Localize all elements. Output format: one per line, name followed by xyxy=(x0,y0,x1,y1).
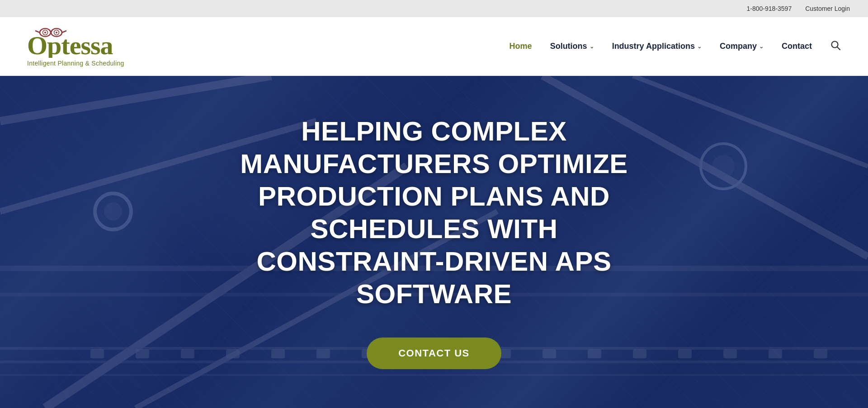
top-bar: 1-800-918-3597 Customer Login xyxy=(0,0,868,17)
search-icon[interactable] xyxy=(830,40,841,53)
logo-svg: Optessa xyxy=(27,26,172,58)
hero-content: HELPING COMPLEX MANUFACTURERS OPTIMIZE P… xyxy=(185,115,683,369)
chevron-down-icon: ⌄ xyxy=(759,43,764,50)
main-nav: Home Solutions ⌄ Industry Applications ⌄… xyxy=(509,40,841,53)
customer-login-link[interactable]: Customer Login xyxy=(805,5,850,12)
svg-text:Optessa: Optessa xyxy=(27,31,113,58)
logo-area[interactable]: Optessa Intelligent Planning & Schedulin… xyxy=(27,26,172,67)
nav-solutions[interactable]: Solutions ⌄ xyxy=(550,42,594,51)
nav-industry-applications[interactable]: Industry Applications ⌄ xyxy=(612,42,702,51)
site-header: Optessa Intelligent Planning & Schedulin… xyxy=(0,17,868,76)
hero-headline: HELPING COMPLEX MANUFACTURERS OPTIMIZE P… xyxy=(203,115,665,310)
nav-home[interactable]: Home xyxy=(509,42,532,51)
contact-us-button[interactable]: CONTACT US xyxy=(367,338,501,369)
phone-number: 1-800-918-3597 xyxy=(747,5,792,12)
svg-point-10 xyxy=(832,42,838,48)
hero-section: HELPING COMPLEX MANUFACTURERS OPTIMIZE P… xyxy=(0,76,868,408)
nav-company[interactable]: Company ⌄ xyxy=(720,42,764,51)
logo-tagline: Intelligent Planning & Scheduling xyxy=(27,60,124,67)
svg-line-11 xyxy=(838,47,840,50)
nav-contact[interactable]: Contact xyxy=(782,42,812,51)
logo-graphic: Optessa xyxy=(27,26,172,58)
chevron-down-icon: ⌄ xyxy=(697,43,702,50)
chevron-down-icon: ⌄ xyxy=(590,43,594,50)
